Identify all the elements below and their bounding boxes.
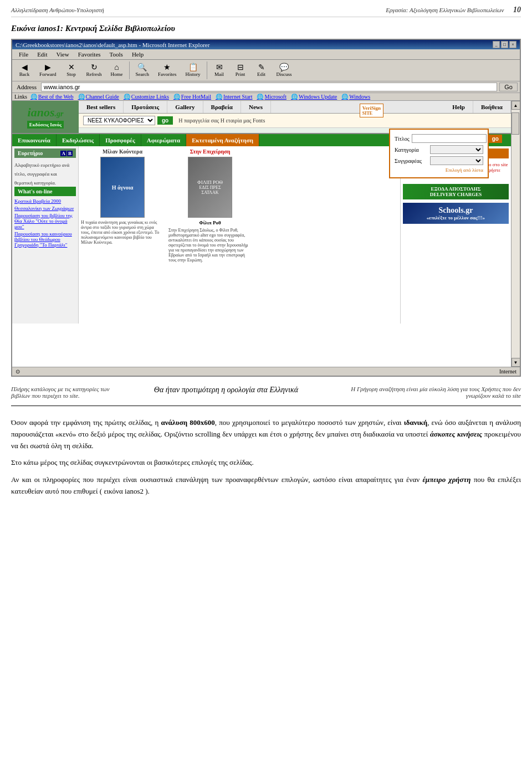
menu-tools[interactable]: Tools (105, 50, 127, 59)
links-customize[interactable]: 🌐Customize Links (122, 94, 170, 100)
menu-favorites[interactable]: Favorites (74, 50, 105, 59)
edit-button[interactable]: ✎ Edit (252, 62, 272, 79)
epilogi-link[interactable]: Επιλογή από λίστα (395, 167, 483, 173)
alpha-badges: A B (60, 151, 73, 156)
address-label: Address (14, 84, 39, 90)
scroll-track (511, 110, 520, 358)
nav-afieromata[interactable]: Αφιερώματα (141, 134, 186, 146)
print-button[interactable]: ⊟ Print (231, 62, 250, 79)
new-releases-dropdown[interactable]: ΝΕΕΣ ΚΥΚΛΟΦΟΡΙΕΣ (83, 116, 155, 125)
link-icon-2: 🌐 (78, 94, 85, 100)
site-go-button[interactable]: go (157, 116, 173, 125)
forward-button[interactable]: ▶ Forward (35, 62, 60, 79)
schools-tagline: «επιλέξτε το μέλλον σας!!!» (405, 215, 507, 220)
mail-button[interactable]: ✉ Mail (209, 62, 229, 79)
print-label: Print (236, 71, 245, 77)
search-button[interactable]: 🔍 Search (132, 62, 154, 79)
search-category-row: Κατηγορία (395, 145, 483, 154)
book2-author-label: ΦΙΛΙΠ ΡΟΘ (197, 180, 223, 185)
book1-cover: Η άγνοια (100, 157, 145, 218)
browser-title: C:\Greekbookstores\ianos2\ianos\default_… (16, 42, 209, 48)
nav-protaseis[interactable]: Προτάσεις (124, 101, 167, 113)
book-card-2: Στην Επιχείρηση ΦΙΛΙΠ ΡΟΘ ΕΔΙΣ ΠΡΕΣ ΣΑΤΛ… (168, 148, 252, 263)
edit-label: Edit (257, 71, 265, 77)
nav-news[interactable]: News (241, 101, 271, 113)
links-microsoft[interactable]: 🌐Microsoft (255, 94, 287, 100)
menu-help[interactable]: Help (127, 50, 148, 59)
nav-ekdiloseis[interactable]: Εκδηλώσεις (57, 134, 100, 146)
links-channel-guide[interactable]: 🌐Channel Guide (77, 94, 120, 100)
links-label: Links (14, 94, 27, 100)
stop-button[interactable]: ✕ Stop (62, 62, 81, 79)
link-icon-7: 🌐 (291, 94, 298, 100)
links-internet-start[interactable]: 🌐Internet Start (214, 94, 253, 100)
status-left: ⊙ (16, 368, 20, 375)
section-title: Εικόνα ianos1: Κεντρική Σελίδα Βιβλιοπωλ… (11, 24, 521, 33)
page-wrapper: Αλληλεπίδραση Ανθρώπου-Υπολογιστή Εργασί… (0, 0, 532, 509)
menu-view[interactable]: View (52, 50, 73, 59)
browser-content: ianos.gr Εκδόσεις Ιανός Best sellers Προ… (12, 101, 520, 367)
discuss-icon: 💬 (279, 64, 289, 71)
address-input[interactable] (41, 83, 497, 91)
sidebar-description: Αλφαβητικό ευρετήριο ανά τίτλο, συγγραφέ… (14, 162, 69, 186)
whats-online: What's on-line (14, 187, 76, 196)
favorites-icon: ★ (163, 64, 171, 71)
search-category-select[interactable] (430, 145, 483, 154)
delivery-label: ΕΞΟΔΑ ΑΠΟΣΤΟΛΗΣ (405, 186, 507, 192)
delivery-charges: ΕΞΟΔΑ ΑΠΟΣΤΟΛΗΣ DELIVERY CHARGES (403, 184, 509, 199)
bold-askopes: άσκοπες κινήσεις (430, 430, 482, 438)
nav-prosfores[interactable]: Προσφορές (100, 134, 141, 146)
back-icon: ◀ (22, 64, 28, 71)
annotation-center-text: Θα ήταν προτιμότερη η ορολογία στα Ελλην… (154, 386, 298, 394)
nav-gallery[interactable]: Gallery (167, 101, 203, 113)
nav-voitheia[interactable]: Βοήθεια (473, 101, 511, 113)
menu-edit[interactable]: Edit (33, 50, 52, 59)
book1-author: Μίλαν Κούντερα (103, 148, 142, 155)
search-go-button[interactable]: go (489, 135, 502, 143)
annotation-center: Θα ήταν προτιμότερη η ορολογία στα Ελλην… (131, 386, 321, 399)
doc-header-left: Αλληλεπίδραση Ανθρώπου-Υπολογιστή (11, 7, 104, 13)
search-title-row: Τίτλος go (395, 134, 483, 143)
toolbar-separator (129, 61, 130, 79)
refresh-button[interactable]: ↻ Refresh (83, 62, 106, 79)
maximize-button[interactable]: □ (501, 41, 508, 48)
search-author-select[interactable] (430, 156, 483, 165)
book-showcase: Μίλαν Κούντερα Η άγνοια Η τυχαία συνάντη… (81, 148, 398, 263)
scroll-thumb[interactable] (511, 112, 519, 135)
links-best-of-web[interactable]: 🌐Best of the Web (29, 94, 75, 100)
home-button[interactable]: ⌂ Home (107, 62, 127, 79)
scroll-up-button[interactable]: ▲ (511, 101, 520, 110)
browser-scrollbar: ▲ ▼ (511, 101, 520, 367)
close-button[interactable]: × (509, 41, 516, 48)
nav-epikoinonia[interactable]: Επικοινωνία (12, 134, 57, 146)
nav-help[interactable]: Help (444, 101, 473, 113)
search-author-label: Συγγραφέας (395, 158, 428, 164)
nav-best-sellers[interactable]: Best sellers (79, 101, 124, 113)
nav-ekteta-meni[interactable]: Εκτεταμένη Αναζήτηση (186, 134, 259, 146)
sidebar-item-3[interactable]: Παρουσίαση του βιβλίου της Θία Χάλο "Ούτ… (14, 213, 76, 229)
bold-idaniki: ιδανική (404, 418, 427, 427)
site-search-bar: ΝΕΕΣ ΚΥΚΛΟΦΟΡΙΕΣ go Η παραγγελία σας Η ε… (79, 114, 511, 128)
alpha-b-badge: B (67, 151, 73, 156)
go-button[interactable]: Go (499, 83, 518, 91)
menu-file[interactable]: File (14, 50, 33, 59)
sidebar-item-4[interactable]: Παρουσίαση του καινούριου βιβλίου του Θε… (14, 231, 76, 248)
search-overlay: Τίτλος go Κατηγορία Συγγραφέας (389, 129, 489, 178)
sidebar-item-2[interactable]: Θεσσαλονίκη των Ζωγράφων (14, 206, 76, 211)
search-title-input[interactable] (412, 134, 487, 143)
links-hotmail[interactable]: 🌐Free HotMail (172, 94, 212, 100)
browser-window: C:\Greekbookstores\ianos2\ianos\default_… (11, 39, 521, 377)
discuss-button[interactable]: 💬 Discuss (273, 62, 296, 79)
nav-vraveia[interactable]: Βραβεία (203, 101, 241, 113)
scroll-down-button[interactable]: ▼ (511, 358, 520, 367)
back-button[interactable]: ◀ Back (14, 62, 34, 79)
minimize-button[interactable]: _ (493, 41, 500, 48)
body-para-1: Όσον αφορά την εμφάνιση της πρώτης σελίδ… (11, 417, 521, 452)
link-icon-5: 🌐 (216, 94, 222, 100)
links-windows[interactable]: 🌐Windows (340, 94, 371, 100)
verisign-site: SITE (362, 111, 381, 116)
history-button[interactable]: 📋 History (182, 62, 204, 79)
links-windows-update[interactable]: 🌐Windows Update (290, 94, 338, 100)
sidebar-item-1[interactable]: Κρατικά Βραβεία 2000 (14, 198, 76, 204)
favorites-button[interactable]: ★ Favorites (154, 62, 181, 79)
